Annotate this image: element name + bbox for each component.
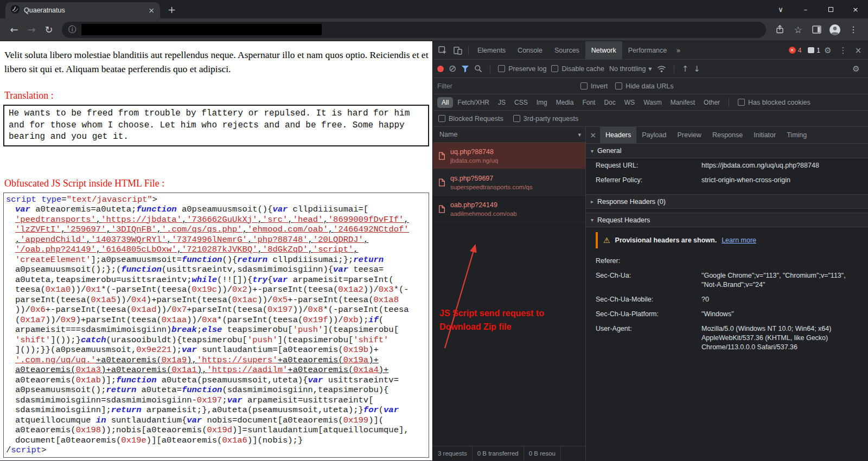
- browser-menu-icon[interactable]: ⋮: [844, 24, 863, 35]
- header-row: User-Agent:Mozilla/5.0 (Windows NT 10.0;…: [586, 322, 868, 355]
- browser-tab[interactable]: Quaeratnatus ×: [5, 2, 160, 18]
- tab-close-icon[interactable]: ×: [148, 6, 155, 15]
- detail-tab-initiator[interactable]: Initiator: [748, 127, 781, 143]
- code-line: (0x1a7))/0x9)+parseInt(teesa(0x1aa))/0xa…: [5, 315, 427, 325]
- site-info-icon[interactable]: ⓘ: [68, 25, 76, 35]
- address-bar[interactable]: ⓘ: [62, 22, 766, 38]
- chevron-down-icon: ▾: [648, 65, 652, 73]
- filter-chip-manifest[interactable]: Manifest: [666, 97, 699, 108]
- header-value: strict-origin-when-cross-origin: [701, 176, 863, 185]
- code-line: '/oab.php?24149','6164805cLbOxw','721028…: [5, 245, 427, 255]
- network-conditions-icon[interactable]: [657, 65, 666, 73]
- devtools-tab-elements[interactable]: Elements: [471, 41, 512, 59]
- filter-chip-doc[interactable]: Doc: [599, 97, 620, 108]
- tab-search-chevron-icon[interactable]: ∨: [768, 5, 793, 14]
- has-blocked-cookies-checkbox[interactable]: Has blocked cookies: [738, 99, 810, 106]
- window-close-icon[interactable]: ×: [843, 5, 868, 14]
- export-har-icon[interactable]: ↓: [693, 64, 700, 74]
- redacted-url: [81, 24, 322, 35]
- search-icon[interactable]: [474, 65, 482, 73]
- detail-tab-response[interactable]: Response: [707, 127, 748, 143]
- network-request-row[interactable]: oab.php?24149aadilmehmood.com/oab: [433, 196, 585, 222]
- filter-chip-img[interactable]: Img: [532, 97, 552, 108]
- header-row: Referer:: [586, 254, 868, 268]
- devtools-tab-console[interactable]: Console: [512, 41, 548, 59]
- detail-close-icon[interactable]: ×: [586, 131, 600, 139]
- filter-chip-js[interactable]: JS: [494, 97, 510, 108]
- devtools-tab-performance[interactable]: Performance: [622, 41, 673, 59]
- back-icon[interactable]: ←: [5, 24, 23, 35]
- bookmark-star-icon[interactable]: ☆: [789, 24, 807, 35]
- record-icon[interactable]: [437, 66, 444, 72]
- code-line: sdasmimimoisgiinn];return arpameisit;},a…: [5, 405, 427, 415]
- network-settings-icon[interactable]: ⚙: [848, 60, 864, 78]
- network-request-row[interactable]: uq.php?88748jbdata.com.ng/uq: [433, 143, 585, 169]
- third-party-requests-checkbox[interactable]: 3rd-party requests: [513, 115, 578, 123]
- header-value: "Google Chrome";v="113", "Chromium";v="1…: [701, 271, 863, 290]
- section-general[interactable]: ▾ General: [586, 144, 868, 158]
- error-count-badge[interactable]: ×4: [789, 47, 802, 54]
- browser-window: Quaeratnatus × + ∨ – × ← → ↻ ⓘ ☆ ⋮ Velit…: [0, 0, 868, 460]
- detail-tab-headers[interactable]: Headers: [600, 127, 636, 143]
- filter-chip-wasm[interactable]: Wasm: [639, 97, 666, 108]
- network-request-row[interactable]: qs.php?59697superspeedtransports.com/qs: [433, 169, 585, 196]
- preserve-log-checkbox[interactable]: Preserve log: [498, 65, 546, 73]
- blocked-requests-checkbox[interactable]: Blocked Requests: [438, 115, 503, 123]
- triangle-down-icon: ▾: [591, 217, 593, 223]
- obfuscated-code-box: script type="text/javascript">var a0teao…: [3, 193, 429, 458]
- filter-input[interactable]: [437, 82, 573, 90]
- devtools-tab-sources[interactable]: Sources: [548, 41, 585, 59]
- name-column-header[interactable]: Name ▾: [433, 127, 585, 143]
- invert-checkbox[interactable]: Invert: [580, 82, 608, 90]
- clear-icon[interactable]: ⊘: [449, 64, 456, 73]
- disable-cache-checkbox[interactable]: Disable cache: [551, 65, 604, 73]
- header-value: ?0: [701, 295, 863, 304]
- code-line: a0uteta,teapsimerobu=usittsraeintv;while…: [5, 275, 427, 285]
- issues-badge[interactable]: 1: [808, 47, 820, 54]
- maximize-icon[interactable]: [818, 5, 843, 14]
- headers-view: ▾ General Request URL:https://jbdata.com…: [586, 144, 868, 460]
- profile-avatar[interactable]: [826, 24, 844, 36]
- checkbox-box: [513, 115, 520, 122]
- filter-chip-fetch-xhr[interactable]: Fetch/XHR: [453, 97, 494, 108]
- section-response-headers[interactable]: ▸ Response Headers (0): [586, 194, 868, 209]
- section-request-headers[interactable]: ▾ Request Headers: [586, 213, 868, 227]
- learn-more-link[interactable]: Learn more: [722, 236, 756, 244]
- new-tab-button[interactable]: +: [168, 4, 176, 15]
- throttling-dropdown[interactable]: No throttling▾: [609, 65, 652, 73]
- header-name: Sec-Ch-Ua-Mobile:: [596, 295, 701, 304]
- detail-tab-timing[interactable]: Timing: [781, 127, 812, 143]
- devtools-settings-icon[interactable]: ⚙: [820, 41, 835, 60]
- header-row: Request URL:https://jbdata.com.ng/uq/uq.…: [586, 158, 868, 173]
- checkbox-label: Has blocked cookies: [748, 99, 810, 106]
- filter-chip-ws[interactable]: WS: [620, 97, 639, 108]
- filter-chip-font[interactable]: Font: [578, 97, 599, 108]
- devtools-tab-network[interactable]: Network: [585, 41, 622, 59]
- code-line: a0teaoremis(0x1ab)];function a0uteta(pse…: [5, 375, 427, 386]
- more-tabs-icon[interactable]: »: [673, 46, 684, 55]
- reload-icon[interactable]: ↻: [40, 24, 58, 35]
- header-name: Sec-Ch-Ua-Platform:: [596, 310, 701, 319]
- code-line: 'shift']());}catch(urasooibuldt){teapsim…: [5, 335, 427, 345]
- hide-data-urls-checkbox[interactable]: Hide data URLs: [615, 82, 673, 90]
- share-icon[interactable]: [770, 25, 789, 34]
- inspect-icon[interactable]: [435, 41, 450, 60]
- forward-icon[interactable]: →: [23, 24, 40, 35]
- filter-chip-other[interactable]: Other: [699, 97, 724, 108]
- devtools-menu-icon[interactable]: ⋮: [835, 41, 851, 60]
- detail-tab-payload[interactable]: Payload: [636, 127, 672, 143]
- filter-chip-all[interactable]: All: [437, 97, 453, 108]
- device-toolbar-icon[interactable]: [450, 41, 465, 60]
- code-line: a0pseamuusmsoit();return a0uteta=functio…: [5, 385, 427, 395]
- file-icon: [438, 205, 445, 213]
- filter-chip-css[interactable]: CSS: [510, 97, 532, 108]
- tab-favicon-icon: [11, 5, 20, 16]
- filter-chip-media[interactable]: Media: [552, 97, 578, 108]
- filter-funnel-icon[interactable]: [461, 65, 469, 73]
- devtools-close-icon[interactable]: ×: [851, 41, 866, 60]
- minimize-icon[interactable]: –: [793, 5, 818, 14]
- detail-tab-preview[interactable]: Preview: [672, 127, 706, 143]
- import-har-icon[interactable]: ↑: [682, 64, 689, 74]
- message-count: 1: [816, 47, 820, 54]
- side-panel-icon[interactable]: [807, 25, 826, 34]
